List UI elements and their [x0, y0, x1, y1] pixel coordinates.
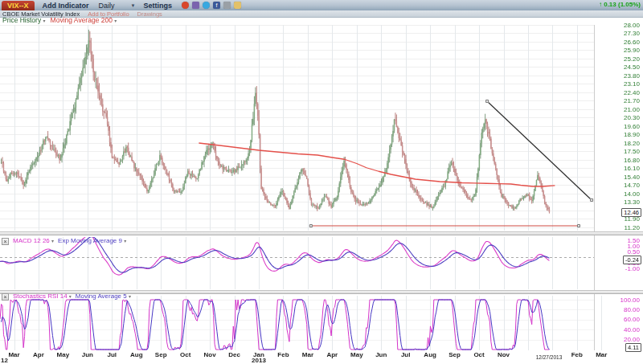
quote-change-value: 0.13 (1.05%)	[604, 1, 641, 8]
up-arrow-icon: ↑	[599, 1, 602, 8]
panel-splitter[interactable]	[0, 231, 643, 235]
chevron-down-icon: ▾	[51, 239, 54, 243]
price-tick-label: 28.00	[624, 22, 640, 29]
year-label-2012: 12	[1, 357, 8, 364]
twitter-icon[interactable]	[203, 2, 210, 9]
add-indicator-button[interactable]: Add Indicator	[43, 2, 89, 10]
month-label: Jul	[395, 351, 417, 358]
month-label: May	[346, 351, 368, 358]
email-icon[interactable]	[234, 2, 241, 9]
macd-dropdown[interactable]: MACD 12 26 ▾	[13, 237, 54, 245]
stoch-tick-label: 60.00	[624, 316, 640, 323]
price-tick-label: 24.50	[624, 63, 640, 71]
price-panel-header: Price History ▾ Moving Average 200 ▾	[2, 17, 117, 24]
macd-value-box: -0.24	[623, 256, 641, 264]
month-label: Mar	[297, 351, 319, 358]
target-icon[interactable]	[182, 2, 189, 9]
share-icons: f	[182, 2, 241, 9]
price-tick-label: 21.00	[624, 106, 640, 113]
month-label: Oct	[468, 351, 490, 358]
month-label: Apr	[27, 351, 50, 358]
price-tick-label: 17.50	[624, 148, 640, 155]
chevron-down-icon: ▾	[43, 18, 46, 23]
stoch-dropdown[interactable]: Stochastics RSI 14 ▾	[13, 292, 72, 301]
stoch-panel-header: × Stochastics RSI 14 ▾ Moving Average 5 …	[2, 292, 131, 301]
stoch-signal-dropdown[interactable]: Moving Average 5 ▾	[76, 292, 131, 301]
price-history-dropdown[interactable]: Price History ▾	[2, 17, 46, 24]
month-label: Aug	[419, 351, 441, 358]
price-tick-label: 20.30	[624, 114, 640, 121]
month-label: Nov	[493, 351, 515, 358]
month-label: Jun	[76, 351, 99, 358]
chart-canvas[interactable]	[0, 0, 643, 364]
macd-tick-label: -1.00	[625, 265, 640, 272]
month-label: Sep	[149, 351, 172, 358]
top-toolbar: VIX--X Add Indicator Daily ▼ Settings f	[0, 0, 643, 11]
price-tick-label: 18.20	[624, 140, 640, 147]
stoch-value-box: 4.11	[625, 343, 641, 352]
price-tick-label: 19.60	[624, 123, 640, 130]
price-tick-label: 11.20	[625, 224, 640, 231]
quote-change: ↑ 0.13 (1.05%)	[599, 1, 641, 8]
year-label-2013: 2013	[248, 357, 270, 364]
price-tick-label: 27.30	[624, 30, 640, 37]
price-tick-label: 21.70	[624, 97, 640, 104]
close-icon[interactable]: ×	[2, 293, 9, 301]
price-tick-label: 14.00	[624, 190, 640, 198]
last-date-label: 12/27/2013	[530, 354, 567, 360]
stoch-tick-label: 100.00	[620, 297, 640, 304]
month-label: Jun	[370, 351, 392, 358]
price-tick-label: 13.30	[624, 198, 640, 206]
price-tick-label: 16.80	[624, 157, 640, 164]
month-label: Sep	[444, 351, 466, 358]
price-tick-label: 25.20	[624, 55, 640, 63]
chevron-down-icon: ▾	[69, 294, 72, 299]
symbol-tab[interactable]: VIX--X	[2, 1, 35, 10]
price-tick-label: 23.80	[624, 72, 640, 80]
price-tick-label: 22.40	[624, 89, 640, 96]
chevron-down-icon: ▾	[129, 294, 131, 299]
month-label: Feb	[272, 351, 294, 358]
month-label: May	[51, 351, 74, 358]
month-label: Dec	[223, 351, 246, 358]
chevron-down-icon: ▾	[114, 18, 117, 23]
month-label: Aug	[125, 351, 148, 358]
month-label: Apr	[321, 351, 343, 358]
price-tick-label: 15.40	[624, 174, 640, 181]
timeframe-dropdown[interactable]: Daily ▼	[99, 2, 136, 10]
settings-button[interactable]: Settings	[144, 2, 173, 10]
timeframe-value: Daily	[99, 2, 115, 10]
month-label: Nov	[199, 351, 221, 358]
month-label: Feb	[566, 351, 588, 358]
share-purple-icon[interactable]	[192, 2, 199, 9]
month-label: Oct	[174, 351, 197, 358]
price-tick-label: 16.10	[624, 165, 640, 172]
last-price-box: 12.46	[621, 208, 641, 217]
stoch-tick-label: 20.00	[624, 336, 640, 343]
macd-panel-header: × MACD 12 26 ▾ Exp Moving Average 9 ▾	[2, 237, 126, 245]
stoch-tick-label: 40.00	[624, 326, 640, 333]
chevron-down-icon: ▾	[124, 239, 126, 243]
drawings-link[interactable]: Drawings	[137, 10, 162, 17]
price-tick-label: 18.90	[624, 131, 640, 138]
month-label: Mar	[590, 351, 612, 358]
chevron-down-icon: ▼	[131, 3, 136, 8]
stoch-tick-label: 80.00	[624, 306, 640, 313]
macd-signal-dropdown[interactable]: Exp Moving Average 9 ▾	[58, 237, 126, 245]
month-label: Jul	[100, 351, 123, 358]
close-icon[interactable]: ×	[2, 238, 9, 245]
snapshot-icon[interactable]	[223, 2, 231, 9]
price-tick-label: 26.60	[624, 39, 640, 46]
moving-average-200-dropdown[interactable]: Moving Average 200 ▾	[51, 17, 117, 24]
price-tick-label: 25.90	[624, 47, 640, 54]
facebook-icon[interactable]: f	[213, 2, 220, 9]
price-tick-label: 14.70	[624, 182, 640, 189]
price-tick-label: 23.10	[624, 80, 640, 88]
